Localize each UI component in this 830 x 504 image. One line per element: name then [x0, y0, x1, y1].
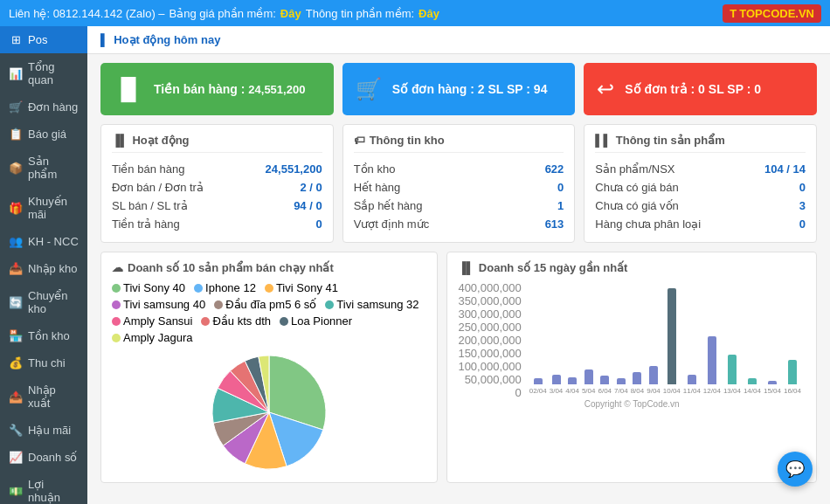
sidebar-item-hau-mai[interactable]: 🔧 Hậu mãi: [0, 417, 87, 444]
bar-group: 12/04: [703, 335, 721, 395]
y-label: 400,000,000: [458, 281, 521, 294]
y-label: 0: [458, 386, 521, 399]
bar-group: 9/04: [647, 365, 661, 395]
sidebar-label-kh-ncc: KH - NCC: [28, 235, 79, 248]
sidebar-item-san-pham[interactable]: 📦 Sản phẩm: [0, 148, 87, 188]
bar-label: 3/04: [550, 387, 564, 395]
kho-row-3: Sắp hết hàng 1: [354, 197, 564, 215]
bar: [728, 355, 737, 384]
bar-group: 7/04: [614, 377, 628, 395]
sidebar-item-khuyen-mai[interactable]: 🎁 Khuyến mãi: [0, 188, 87, 228]
section-header: ▌ Hoạt động hôm nay: [87, 26, 830, 54]
pie-chart-title: ☁ Doanh số 10 sản phẩm bán chạy nhất: [112, 261, 426, 274]
hd-row-2: Đơn bán / Đơn trả 2 / 0: [112, 178, 322, 197]
bar-label: 8/04: [631, 387, 645, 395]
bar: [552, 375, 561, 384]
hd-value-1: 24,551,200: [266, 162, 322, 176]
bar: [617, 378, 626, 384]
y-label: 150,000,000: [458, 347, 521, 360]
bar-group: 14/04: [744, 377, 761, 395]
y-label: 100,000,000: [458, 360, 521, 373]
ton-kho-icon: 🏪: [9, 329, 23, 342]
main-layout: ⊞ Pos 📊 Tổng quan 🛒 Đơn hàng 📋 Báo giá 📦…: [0, 26, 830, 504]
sidebar-label-nhap-kho: Nhập kho: [28, 262, 77, 275]
sidebar-label-ton-kho: Tồn kho: [28, 329, 70, 342]
sidebar-label-san-pham: Sản phẩm: [28, 155, 79, 181]
kho-panel: 🏷 Thông tin kho Tồn kho 622 Hết hàng 0 S…: [342, 124, 576, 243]
legend-item: Tivi Sony 40: [112, 281, 185, 294]
bar-chart: 02/043/044/045/046/047/048/049/0410/0411…: [525, 281, 806, 395]
sp-label-2: Chưa có giá bán: [595, 181, 678, 194]
bar: [708, 336, 716, 384]
info-link[interactable]: Đây: [418, 7, 439, 20]
topbar-left: Liên hệ: 0812.144.142 (Zalo) – Bảng giá …: [9, 7, 439, 20]
pie-chart-panel: ☁ Doanh số 10 sản phẩm bán chạy nhất Tiv…: [100, 252, 438, 483]
kho-label-2: Hết hàng: [354, 181, 401, 194]
kho-label-1: Tồn kho: [354, 162, 396, 176]
hd-value-2: 2 / 0: [300, 181, 322, 194]
legend-item: Amply Sansui: [112, 314, 192, 328]
section-title: Hoạt động hôm nay: [114, 33, 220, 46]
sidebar-item-don-hang[interactable]: 🛒 Đơn hàng: [0, 93, 87, 121]
bar-label: 12/04: [703, 387, 721, 395]
sidebar-label-nhap-xuat: Nhập xuất: [28, 383, 79, 410]
price-label: Bảng giá phần mềm:: [169, 7, 276, 20]
price-link[interactable]: Đây: [280, 7, 301, 20]
kho-row-4: Vượt định mức 613: [354, 215, 564, 233]
sidebar-label-hau-mai: Hậu mãi: [28, 424, 71, 437]
sidebar-item-bao-gia[interactable]: 📋 Báo giá: [0, 121, 87, 148]
pie-chart-container: [112, 351, 426, 473]
bar: [667, 288, 676, 384]
sp-row-2: Chưa có giá bán 0: [595, 178, 806, 197]
bar-chart-title: ▐▌ Doanh số 15 ngày gần nhất: [458, 261, 806, 274]
revenue-label: Tiền bán hàng : 24,551,200: [154, 82, 305, 96]
kho-value-1: 622: [545, 162, 564, 176]
pie-chart-icon: ☁: [112, 261, 123, 274]
sidebar-item-thu-chi[interactable]: 💰 Thu chi: [0, 349, 87, 376]
hoat-dong-icon: ▐▌: [112, 134, 128, 147]
sidebar-label-bao-gia: Báo giá: [28, 128, 66, 141]
bao-gia-icon: 📋: [9, 128, 23, 141]
stat-card-returns: ↩ Số đơn trả : 0 SL SP : 0: [584, 63, 817, 115]
bar-label: 9/04: [647, 387, 661, 395]
sp-title: ▌▌ Thông tin sản phẩm: [595, 134, 806, 153]
sidebar-item-loi-nhuan[interactable]: 💵 Lợi nhuận: [0, 471, 87, 504]
bar: [534, 378, 543, 384]
bar-group: 11/04: [683, 374, 701, 395]
bar-group: 4/04: [565, 376, 579, 395]
sidebar-item-ton-kho[interactable]: 🏪 Tồn kho: [0, 322, 87, 349]
sidebar-item-tong-quan[interactable]: 📊 Tổng quan: [0, 53, 87, 93]
legend-item: Đầu kts dth: [201, 314, 271, 328]
kho-label-4: Vượt định mức: [354, 217, 430, 231]
revenue-icon: ▐▌: [114, 77, 143, 101]
bar: [584, 369, 593, 384]
bar-group: 15/04: [764, 380, 781, 395]
hd-row-1: Tiền bán hàng 24,551,200: [112, 160, 322, 178]
bar: [788, 360, 797, 384]
orders-label: Số đơn hàng : 2 SL SP : 94: [392, 82, 548, 96]
sidebar-item-doanh-so[interactable]: 📈 Doanh số: [0, 444, 87, 471]
sidebar-item-kh-ncc[interactable]: 👥 KH - NCC: [0, 228, 87, 255]
sidebar-item-chuyen-kho[interactable]: 🔄 Chuyển kho: [0, 282, 87, 322]
bar-group: 16/04: [784, 359, 801, 395]
sidebar-item-nhap-xuat[interactable]: 📤 Nhập xuất: [0, 376, 87, 417]
hd-label-4: Tiền trả hàng: [112, 217, 180, 231]
bar: [633, 372, 641, 384]
sp-label-4: Hàng chưa phân loại: [595, 217, 701, 231]
bar-group: 6/04: [598, 375, 612, 395]
legend-item: Tivi samsung 32: [325, 298, 418, 311]
chat-bubble[interactable]: 💬: [778, 452, 813, 487]
kh-ncc-icon: 👥: [9, 235, 23, 248]
bar-group: 3/04: [550, 374, 564, 395]
bar-area: 02/043/044/045/046/047/048/049/0410/0411…: [525, 281, 806, 395]
legend-item: Đầu đĩa pm5 6 số: [214, 298, 316, 311]
info-label: Thông tin phần mềm:: [306, 7, 414, 20]
sidebar-item-nhap-kho[interactable]: 📥 Nhập kho: [0, 255, 87, 282]
pos-icon: ⊞: [9, 33, 23, 46]
logo: TTOPCODE.VN: [723, 4, 821, 23]
kho-value-2: 0: [557, 181, 564, 194]
hd-label-2: Đơn bán / Đơn trả: [112, 181, 204, 194]
sidebar-item-pos[interactable]: ⊞ Pos: [0, 26, 87, 53]
hoat-dong-title: ▐▌ Hoạt động: [112, 134, 322, 153]
sidebar: ⊞ Pos 📊 Tổng quan 🛒 Đơn hàng 📋 Báo giá 📦…: [0, 26, 87, 504]
